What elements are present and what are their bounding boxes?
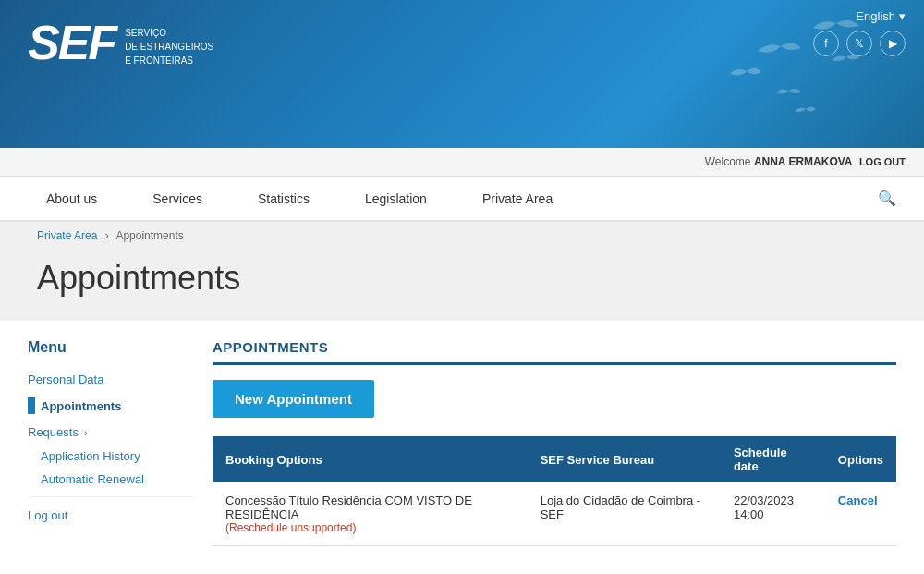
- sidebar-menu-title: Menu: [28, 339, 194, 356]
- requests-arrow: ›: [84, 427, 88, 438]
- sidebar-item-personal-data[interactable]: Personal Data: [28, 367, 194, 392]
- cell-option: Cancel: [825, 482, 896, 546]
- breadcrumb: Private Area › Appointments: [0, 222, 924, 250]
- sidebar-item-requests[interactable]: Requests ›: [28, 420, 194, 445]
- welcome-bar: Welcome ANNA ERMAKOVA LOG OUT: [0, 148, 924, 177]
- sidebar: Menu Personal Data Appointments Requests…: [28, 339, 194, 546]
- sidebar-divider: [28, 496, 194, 497]
- youtube-icon[interactable]: ▶: [880, 31, 906, 56]
- cancel-link[interactable]: Cancel: [838, 494, 878, 507]
- active-indicator: [28, 397, 35, 414]
- breadcrumb-parent[interactable]: Private Area: [37, 229, 97, 242]
- sidebar-item-application-history[interactable]: Application History: [28, 445, 194, 468]
- page-title-bar: Appointments: [0, 250, 924, 321]
- breadcrumb-separator: ›: [105, 229, 109, 242]
- booking-title: Concessão Título Residência COM VISTO DE…: [225, 494, 515, 521]
- reschedule-note: (Reschedule unsupported): [225, 521, 515, 534]
- language-selector[interactable]: English ▾: [856, 9, 906, 23]
- appointments-content: APPOINTMENTS New Appointment Booking Opt…: [213, 339, 896, 546]
- twitter-icon[interactable]: 𝕏: [846, 31, 872, 56]
- site-header: SEF SERVIÇO DE ESTRANGEIROS E FRONTEIRAS…: [0, 0, 924, 148]
- nav-private-area[interactable]: Private Area: [455, 178, 580, 219]
- sidebar-item-logout[interactable]: Log out: [28, 503, 194, 528]
- sidebar-item-automatic-renewal[interactable]: Automatic Renewal: [28, 468, 194, 491]
- welcome-text: Welcome: [705, 155, 751, 168]
- main-navigation: About us Services Statistics Legislation…: [0, 177, 924, 222]
- cell-bureau: Loja do Cidadão de Coimbra - SEF: [528, 482, 721, 546]
- main-content: Menu Personal Data Appointments Requests…: [0, 321, 924, 565]
- page-title: Appointments: [37, 259, 887, 298]
- sidebar-item-appointments[interactable]: Appointments: [28, 392, 194, 420]
- search-icon[interactable]: 🔍: [869, 177, 906, 220]
- col-schedule-date: Schedule date: [721, 436, 825, 482]
- table-header-row: Booking Options SEF Service Bureau Sched…: [213, 436, 896, 482]
- facebook-icon[interactable]: f: [813, 31, 839, 56]
- nav-services[interactable]: Services: [125, 178, 230, 219]
- nav-legislation[interactable]: Legislation: [337, 178, 455, 219]
- col-service-bureau: SEF Service Bureau: [528, 436, 721, 482]
- username: ANNA ERMAKOVA: [754, 155, 853, 168]
- col-booking-options: Booking Options: [213, 436, 528, 482]
- logo-area: SEF SERVIÇO DE ESTRANGEIROS E FRONTEIRAS: [28, 18, 213, 67]
- cell-date: 22/03/2023 14:00: [721, 482, 825, 546]
- nav-statistics[interactable]: Statistics: [230, 178, 337, 219]
- breadcrumb-current: Appointments: [116, 229, 183, 242]
- nav-about-us[interactable]: About us: [18, 178, 125, 219]
- logout-link[interactable]: LOG OUT: [859, 156, 906, 167]
- new-appointment-button[interactable]: New Appointment: [213, 380, 374, 418]
- logo-text: SERVIÇO DE ESTRANGEIROS E FRONTEIRAS: [125, 26, 213, 67]
- appointments-section-title: APPOINTMENTS: [213, 339, 896, 365]
- appointments-table: Booking Options SEF Service Bureau Sched…: [213, 436, 896, 546]
- social-icons-group: f 𝕏 ▶: [813, 31, 906, 56]
- col-options: Options: [825, 436, 896, 482]
- table-row: Concessão Título Residência COM VISTO DE…: [213, 482, 896, 546]
- logo-sef: SEF: [28, 18, 116, 67]
- cell-booking: Concessão Título Residência COM VISTO DE…: [213, 482, 528, 546]
- top-right-area: English ▾ f 𝕏 ▶: [813, 9, 906, 56]
